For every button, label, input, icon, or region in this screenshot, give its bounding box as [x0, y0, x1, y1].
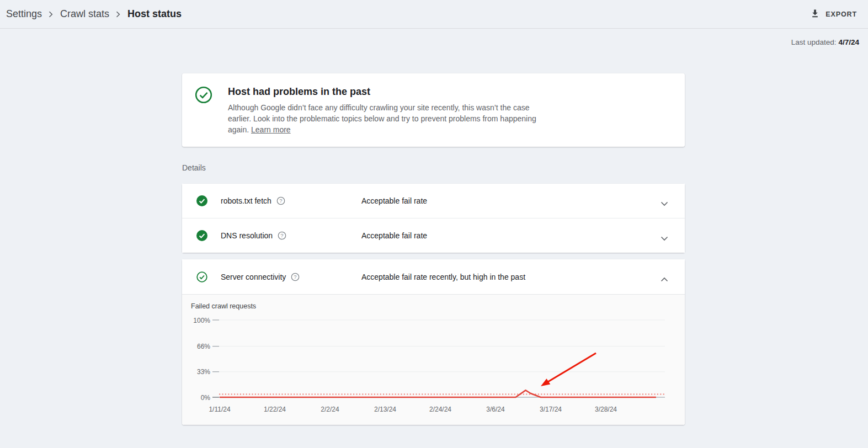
server-connectivity-card: Server connectivity ? Acceptable fail ra…	[182, 259, 685, 425]
x-tick-label: 1/22/24	[264, 406, 286, 413]
export-button[interactable]: EXPORT	[809, 5, 858, 23]
chevron-down-icon[interactable]	[661, 233, 668, 238]
x-tick-label: 3/17/24	[540, 406, 562, 413]
breadcrumb-item-crawl-stats[interactable]: Crawl stats	[60, 8, 109, 20]
x-tick-label: 2/13/24	[374, 406, 396, 413]
help-icon[interactable]: ?	[278, 231, 286, 240]
x-tick-label: 2/2/24	[321, 406, 339, 413]
export-button-label: EXPORT	[826, 10, 857, 18]
help-icon[interactable]: ?	[276, 196, 285, 205]
summary-description: Although Google didn’t face any difficul…	[228, 102, 542, 135]
detail-row-status: Acceptable fail rate	[361, 196, 661, 205]
x-tick-label: 3/28/24	[595, 406, 617, 413]
y-tick-label: 100%	[193, 317, 210, 324]
last-updated-label: Last updated:	[791, 38, 837, 46]
y-tick-label: 66%	[197, 343, 210, 350]
detail-row-status: Acceptable fail rate	[361, 231, 661, 240]
detail-row-dns-resolution[interactable]: DNS resolution ? Acceptable fail rate	[182, 218, 685, 253]
detail-row-label: Server connectivity	[221, 273, 286, 281]
check-circle-outline-icon	[196, 271, 207, 282]
top-bar: Settings Crawl stats Host status EXPORT	[0, 0, 868, 29]
host-status-summary-card: Host had problems in the past Although G…	[182, 73, 685, 147]
main-content: Host had problems in the past Although G…	[182, 73, 685, 425]
help-icon[interactable]: ?	[291, 273, 300, 281]
detail-row-label: DNS resolution	[221, 231, 273, 240]
check-circle-outline-icon	[195, 86, 212, 104]
last-updated-value: 4/7/24	[838, 38, 859, 46]
breadcrumb: Settings Crawl stats Host status	[6, 8, 182, 20]
x-tick-label: 1/11/24	[209, 406, 230, 413]
chevron-up-icon[interactable]	[661, 274, 668, 279]
annotation-arrow-icon	[541, 353, 596, 386]
detail-row-status: Acceptable fail rate recently, but high …	[361, 273, 661, 281]
y-tick-label: 0%	[201, 394, 211, 402]
svg-text:?: ?	[279, 198, 282, 204]
detail-row-robots-txt-fetch[interactable]: robots.txt fetch ? Acceptable fail rate	[182, 184, 685, 218]
chevron-right-icon	[49, 11, 54, 18]
y-tick-label: 33%	[197, 368, 210, 376]
chart-canvas: 100% 66% 33% 0% 1/11/24 1/22/24 2/2/24 2…	[182, 295, 685, 425]
chevron-down-icon[interactable]	[661, 199, 668, 204]
svg-text:?: ?	[294, 274, 297, 280]
learn-more-link[interactable]: Learn more	[251, 125, 291, 134]
details-section-label: Details	[182, 163, 685, 172]
download-icon	[810, 8, 820, 20]
detail-row-server-connectivity[interactable]: Server connectivity ? Acceptable fail ra…	[182, 259, 685, 294]
x-tick-label: 2/24/24	[429, 406, 451, 413]
last-updated: Last updated:4/7/24	[791, 38, 859, 46]
check-circle-filled-icon	[196, 230, 207, 241]
chevron-right-icon	[116, 11, 121, 18]
detail-row-label: robots.txt fetch	[221, 196, 271, 205]
breadcrumb-item-settings[interactable]: Settings	[6, 8, 42, 20]
details-card: robots.txt fetch ? Acceptable fail rate	[182, 184, 685, 253]
svg-text:?: ?	[281, 232, 284, 238]
failed-crawl-requests-chart: Failed crawl requests 100% 66% 33% 0% 1/…	[182, 295, 685, 425]
check-circle-filled-icon	[196, 195, 207, 206]
x-tick-label: 3/6/24	[486, 406, 505, 413]
summary-title: Host had problems in the past	[228, 86, 542, 98]
breadcrumb-item-host-status: Host status	[127, 8, 182, 20]
